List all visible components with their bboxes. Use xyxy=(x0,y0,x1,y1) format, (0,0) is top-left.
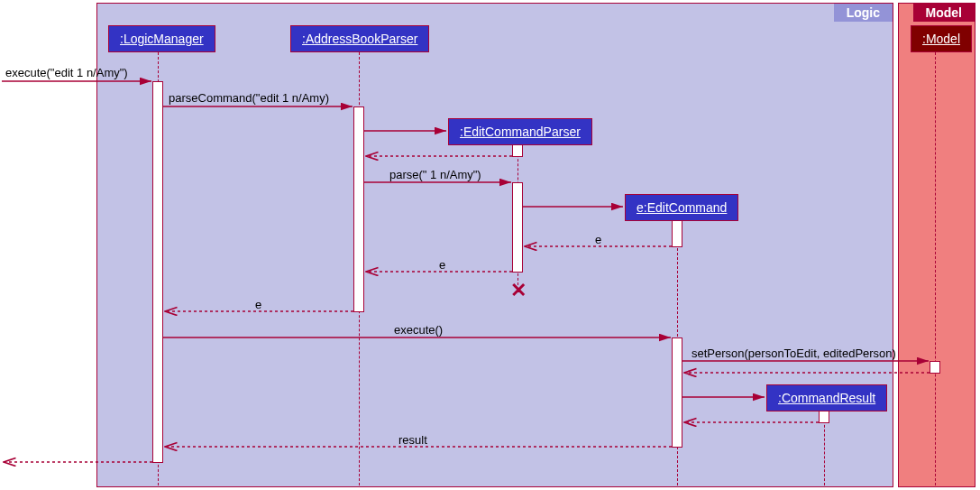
activation-edit-command-parser-2 xyxy=(512,182,523,273)
participant-logic-manager: :LogicManager xyxy=(108,25,215,52)
frame-logic: Logic xyxy=(96,3,893,487)
lifeline-model xyxy=(935,52,936,485)
activation-edit-command-2 xyxy=(672,337,682,448)
sequence-diagram: Logic Model :LogicManager :AddressBookPa… xyxy=(0,0,980,490)
activation-model xyxy=(930,361,940,374)
frame-model-label: Model xyxy=(913,4,975,22)
frame-logic-label: Logic xyxy=(834,4,893,22)
activation-address-book-parser xyxy=(353,106,364,312)
activation-logic-manager xyxy=(152,81,163,463)
msg-return-e1: e xyxy=(595,233,601,246)
msg-set-person: setPerson(personToEdit, editedPerson) xyxy=(691,347,896,360)
msg-parse: parse(" 1 n/Amy") xyxy=(389,168,481,181)
participant-model: :Model xyxy=(911,25,972,52)
activation-command-result xyxy=(819,411,829,423)
frame-model: Model xyxy=(898,3,975,487)
msg-result: result xyxy=(398,433,427,447)
msg-execute-call: execute() xyxy=(394,323,443,337)
msg-return-e2: e xyxy=(439,258,445,272)
msg-parse-command: parseCommand("edit 1 n/Amy) xyxy=(169,91,329,105)
msg-execute: execute("edit 1 n/Amy") xyxy=(5,66,128,79)
msg-return-e3: e xyxy=(255,298,261,311)
participant-edit-command: e:EditCommand xyxy=(625,194,738,221)
participant-address-book-parser: :AddressBookParser xyxy=(290,25,429,52)
destroy-edit-command-parser: ✕ xyxy=(510,279,527,302)
activation-edit-command-1 xyxy=(672,220,682,247)
participant-command-result: :CommandResult xyxy=(766,384,887,411)
activation-edit-command-parser-1 xyxy=(512,144,523,157)
participant-edit-command-parser: :EditCommandParser xyxy=(448,118,592,145)
